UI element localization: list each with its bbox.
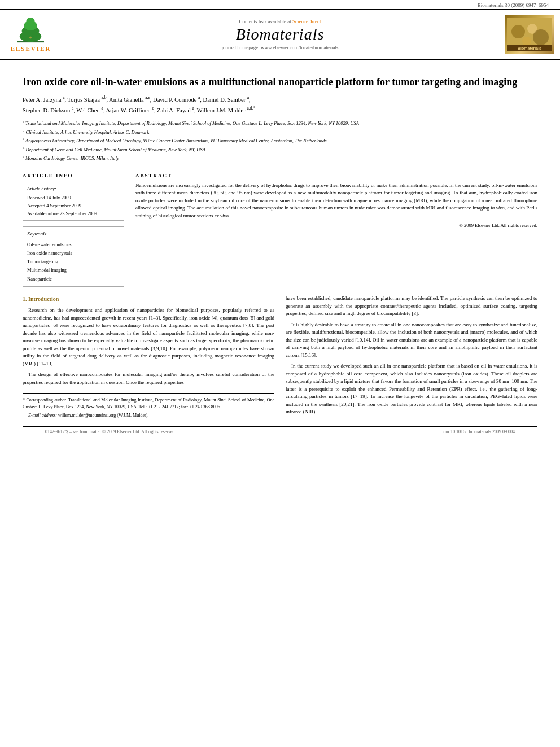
biomaterials-logo-image: Biomaterials <box>507 18 552 51</box>
journal-reference: Biomaterials 30 (2009) 6947–6954 <box>0 0 560 9</box>
page-wrapper: Biomaterials 30 (2009) 6947–6954 <box>0 0 560 747</box>
body-content: 1. Introduction Research on the developm… <box>23 295 537 421</box>
svg-point-10 <box>533 29 549 45</box>
issn-info: 0142-9612/$ – see front matter © 2009 El… <box>45 429 176 434</box>
intro-paragraph-1: Research on the development and applicat… <box>23 307 274 368</box>
accepted-date: Accepted 4 September 2009 <box>27 202 120 210</box>
keyword-2: Iron oxide nanocrystals <box>27 249 120 257</box>
svg-text:Biomaterials: Biomaterials <box>517 46 541 50</box>
journal-header: ELSEVIER Contents lists available at Sci… <box>0 9 560 60</box>
keyword-1: Oil-in-water emulsions <box>27 241 120 249</box>
svg-point-5 <box>27 18 35 25</box>
page-footer: 0142-9612/$ – see front matter © 2009 El… <box>23 426 537 436</box>
abstract-label: ABSTRACT <box>135 173 537 178</box>
footnote-email: E-mail address: willem.mulder@mountsinai… <box>23 412 274 419</box>
journal-name-title: Biomaterials <box>236 25 325 43</box>
keyword-3: Tumor targeting <box>27 257 120 266</box>
introduction-heading: 1. Introduction <box>23 295 274 303</box>
intro-paragraph-4: It is highly desirable to have a strateg… <box>286 321 537 360</box>
abstract-paragraph: Nanoemulsions are increasingly investiga… <box>135 182 537 220</box>
sciencedirect-link[interactable]: ScienceDirect <box>292 19 321 24</box>
journal-title-area: Contents lists available at ScienceDirec… <box>62 10 498 59</box>
available-date: Available online 23 September 2009 <box>27 210 120 218</box>
body-right-column: have been established, candidate nanopar… <box>286 295 537 421</box>
authors-line: Peter A. Jarzyna a, Torjus Skajaa a,b, A… <box>23 94 537 115</box>
history-label: Article history: <box>27 185 120 193</box>
body-left-column: 1. Introduction Research on the developm… <box>23 295 274 421</box>
journal-homepage-url: journal homepage: www.elsevier.com/locat… <box>222 45 339 50</box>
abstract-column: ABSTRACT Nanoemulsions are increasingly … <box>135 173 537 287</box>
article-info-column: ARTICLE INFO Article history: Received 1… <box>23 173 124 287</box>
biomaterials-logo-area: Biomaterials <box>498 10 560 59</box>
keyword-4: Multimodal imaging <box>27 266 120 274</box>
abstract-text-block: Nanoemulsions are increasingly investiga… <box>135 182 537 229</box>
svg-point-8 <box>511 25 525 38</box>
elsevier-tree-icon <box>14 17 47 44</box>
sciencedirect-info: Contents lists available at ScienceDirec… <box>239 19 321 24</box>
elsevier-logo-area: ELSEVIER <box>0 10 62 59</box>
keyword-5: Nanoparticle <box>27 275 120 283</box>
svg-point-11 <box>522 37 531 46</box>
intro-paragraph-3: have been established, candidate nanopar… <box>286 295 537 318</box>
elsevier-brand-text: ELSEVIER <box>11 45 51 52</box>
journal-ref-text: Biomaterials 30 (2009) 6947–6954 <box>478 2 549 8</box>
footnotes-block: * Corresponding author. Translational an… <box>23 393 274 419</box>
keywords-label: Keywords: <box>27 230 120 238</box>
main-content: Iron oxide core oil-in-water emulsions a… <box>0 60 560 448</box>
copyright-text: © 2009 Elsevier Ltd. All rights reserved… <box>135 222 537 229</box>
received-date: Received 14 July 2009 <box>27 194 120 202</box>
intro-paragraph-5: In the current study we developed such a… <box>286 362 537 416</box>
article-history-block: Article history: Received 14 July 2009 A… <box>23 182 124 221</box>
article-info-label: ARTICLE INFO <box>23 173 124 178</box>
biomaterials-logo-box: Biomaterials <box>505 15 554 54</box>
keywords-block: Keywords: Oil-in-water emulsions Iron ox… <box>23 226 124 287</box>
elsevier-logo: ELSEVIER <box>11 17 51 52</box>
info-abstract-section: ARTICLE INFO Article history: Received 1… <box>23 168 537 287</box>
affiliations-block: a Translational and Molecular Imaging In… <box>23 119 537 162</box>
intro-paragraph-2: The design of effective nanocomposites f… <box>23 371 274 386</box>
doi-info: doi:10.1016/j.biomaterials.2009.09.004 <box>444 429 515 434</box>
article-title: Iron oxide core oil-in-water emulsions a… <box>23 76 537 89</box>
svg-point-6 <box>30 37 32 39</box>
footnote-corresponding: * Corresponding author. Translational an… <box>23 397 274 410</box>
